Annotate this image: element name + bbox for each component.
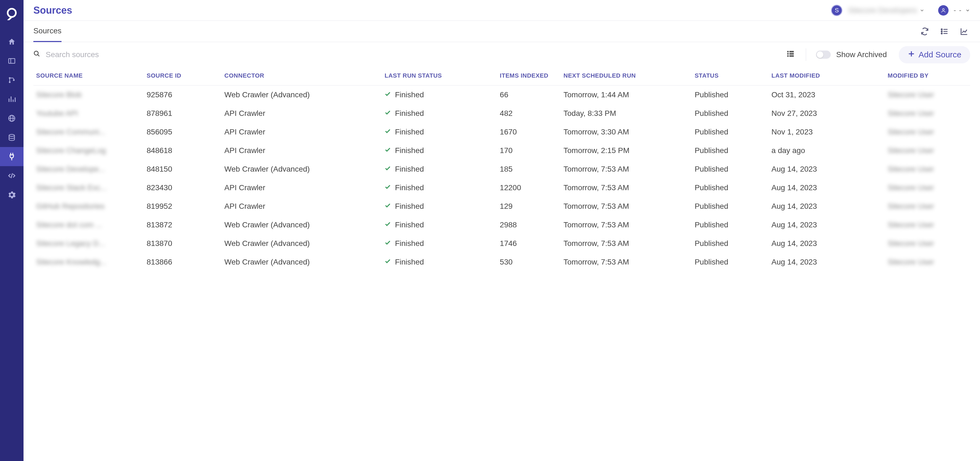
col-items-indexed[interactable]: ITEMS INDEXED — [497, 67, 561, 86]
table-row[interactable]: Sitecore dot com ...813872Web Crawler (A… — [33, 215, 970, 234]
col-source-name[interactable]: SOURCE NAME — [33, 67, 144, 86]
nav-branch[interactable] — [0, 71, 24, 90]
cell-items-indexed: 129 — [497, 197, 561, 215]
cell-status: Published — [692, 160, 768, 179]
check-icon — [385, 220, 395, 229]
cell-connector: API Crawler — [222, 104, 382, 123]
col-modified-by[interactable]: MODIFIED BY — [885, 67, 970, 86]
cell-items-indexed: 185 — [497, 160, 561, 179]
cell-connector: API Crawler — [222, 123, 382, 141]
cell-last-run: Finished — [382, 215, 497, 234]
cell-source-id: 813872 — [144, 215, 221, 234]
cell-source-id: 856095 — [144, 123, 221, 141]
cell-source-name: Sitecore Develope... — [33, 160, 144, 179]
svg-point-16 — [943, 8, 945, 10]
user-name: - - — [953, 6, 962, 14]
table-row[interactable]: Sitecore Blob925876Web Crawler (Advanced… — [33, 86, 970, 105]
cell-next-run: Tomorrow, 3:30 AM — [561, 123, 692, 141]
user-avatar[interactable] — [938, 5, 948, 16]
list-icon[interactable] — [939, 25, 950, 38]
check-icon — [385, 128, 395, 136]
nav-database[interactable] — [0, 128, 24, 147]
table-row[interactable]: Sitecore Stack Exc...823430API CrawlerFi… — [33, 179, 970, 197]
col-last-run[interactable]: LAST RUN STATUS — [382, 67, 497, 86]
table-row[interactable]: Sitecore Develope...848150Web Crawler (A… — [33, 160, 970, 179]
cell-last-modified: Aug 14, 2023 — [768, 179, 885, 197]
cell-last-modified: Nov 27, 2023 — [768, 104, 885, 123]
add-source-label: Add Source — [918, 50, 961, 59]
refresh-icon[interactable] — [919, 25, 931, 38]
cell-source-id: 848150 — [144, 160, 221, 179]
svg-line-15 — [11, 173, 13, 178]
cell-next-run: Tomorrow, 7:53 AM — [561, 160, 692, 179]
cell-modified-by: Sitecore User — [885, 160, 970, 179]
check-icon — [385, 239, 395, 248]
check-icon — [385, 202, 395, 211]
cell-items-indexed: 530 — [497, 253, 561, 271]
nav-sources[interactable] — [0, 147, 24, 166]
cell-source-id: 813866 — [144, 253, 221, 271]
nav-analytics[interactable] — [0, 90, 24, 109]
org-avatar[interactable]: S — [831, 5, 842, 16]
cell-connector: Web Crawler (Advanced) — [222, 234, 382, 253]
tab-sources[interactable]: Sources — [33, 21, 62, 42]
cell-modified-by: Sitecore User — [885, 253, 970, 271]
cell-next-run: Tomorrow, 7:53 AM — [561, 234, 692, 253]
chart-icon[interactable] — [958, 25, 970, 38]
cell-next-run: Today, 8:33 PM — [561, 104, 692, 123]
table-row[interactable]: Sitecore Knowledg...813866Web Crawler (A… — [33, 253, 970, 271]
add-source-button[interactable]: Add Source — [899, 46, 970, 63]
cell-connector: API Crawler — [222, 141, 382, 160]
cell-status: Published — [692, 141, 768, 160]
svg-rect-27 — [787, 53, 789, 54]
cell-last-run: Finished — [382, 160, 497, 179]
grid-view-icon[interactable] — [786, 49, 795, 60]
table-row[interactable]: Sitecore ChangeLog848618API CrawlerFinis… — [33, 141, 970, 160]
svg-point-5 — [13, 79, 14, 81]
org-name[interactable]: Sitecore Developers — [848, 6, 917, 15]
svg-rect-26 — [789, 51, 794, 52]
cell-items-indexed: 12200 — [497, 179, 561, 197]
cell-source-id: 925876 — [144, 86, 221, 105]
svg-point-23 — [34, 51, 38, 55]
col-next-run[interactable]: NEXT SCHEDULED RUN — [561, 67, 692, 86]
search-input[interactable] — [46, 50, 182, 59]
check-icon — [385, 109, 395, 118]
nav-code[interactable] — [0, 166, 24, 185]
table-row[interactable]: GitHub Repositories819952API CrawlerFini… — [33, 197, 970, 215]
chevron-down-icon[interactable] — [920, 6, 924, 15]
show-archived-toggle[interactable] — [816, 51, 831, 59]
nav-layout[interactable] — [0, 51, 24, 71]
cell-status: Published — [692, 234, 768, 253]
nav-home[interactable] — [0, 32, 24, 51]
cell-last-run: Finished — [382, 179, 497, 197]
col-last-modified[interactable]: LAST MODIFIED — [768, 67, 885, 86]
col-connector[interactable]: CONNECTOR — [222, 67, 382, 86]
sidebar — [0, 0, 24, 461]
cell-modified-by: Sitecore User — [885, 104, 970, 123]
svg-rect-29 — [787, 55, 789, 57]
nav-globe[interactable] — [0, 109, 24, 128]
cell-last-modified: Aug 14, 2023 — [768, 215, 885, 234]
col-source-id[interactable]: SOURCE ID — [144, 67, 221, 86]
plus-icon — [908, 50, 918, 60]
check-icon — [385, 165, 395, 174]
cell-items-indexed: 66 — [497, 86, 561, 105]
table-row[interactable]: Youtube API878961API CrawlerFinished482T… — [33, 104, 970, 123]
table-row[interactable]: Sitecore Legacy D...813870Web Crawler (A… — [33, 234, 970, 253]
check-icon — [385, 90, 395, 99]
show-archived-label: Show Archived — [836, 50, 887, 59]
app-logo-icon — [5, 6, 19, 20]
col-status[interactable]: STATUS — [692, 67, 768, 86]
cell-source-id: 819952 — [144, 197, 221, 215]
toolbar: Show Archived Add Source — [24, 42, 980, 67]
check-icon — [385, 146, 395, 155]
chevron-down-icon[interactable] — [965, 6, 970, 15]
table-row[interactable]: Sitecore Communi...856095API CrawlerFini… — [33, 123, 970, 141]
nav-settings[interactable] — [0, 185, 24, 204]
cell-last-modified: Aug 14, 2023 — [768, 197, 885, 215]
cell-source-name: Sitecore Legacy D... — [33, 234, 144, 253]
cell-modified-by: Sitecore User — [885, 123, 970, 141]
svg-point-3 — [9, 77, 10, 79]
cell-connector: Web Crawler (Advanced) — [222, 160, 382, 179]
